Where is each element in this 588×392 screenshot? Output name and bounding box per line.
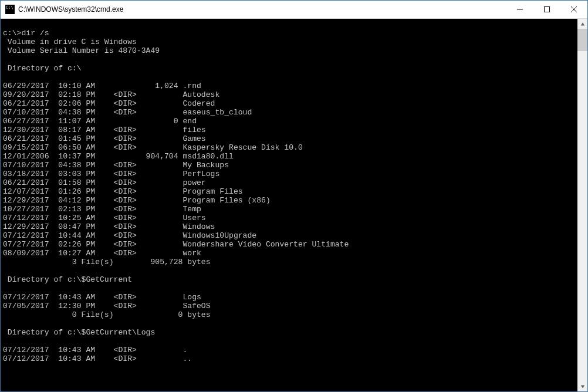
titlebar[interactable]: C:\WINDOWS\system32\cmd.exe [1, 1, 587, 19]
vertical-scrollbar[interactable] [577, 19, 587, 391]
close-icon [571, 6, 577, 12]
scrollbar-thumb[interactable] [577, 29, 587, 51]
chevron-up-icon [580, 22, 585, 26]
titlebar-controls [506, 1, 587, 18]
terminal-output[interactable]: c:\>dir /s Volume in drive C is Windows … [1, 19, 577, 391]
chevron-down-icon [580, 384, 585, 389]
scrollbar-track[interactable] [577, 29, 587, 381]
minimize-button[interactable] [506, 1, 533, 18]
scrollbar-down-arrow[interactable] [577, 381, 587, 391]
cmd-icon [5, 5, 15, 14]
minimize-icon [517, 6, 523, 12]
close-button[interactable] [560, 1, 587, 18]
window-title: C:\WINDOWS\system32\cmd.exe [18, 5, 506, 13]
svg-rect-1 [545, 7, 550, 12]
scrollbar-up-arrow[interactable] [577, 19, 587, 29]
content-area: c:\>dir /s Volume in drive C is Windows … [1, 19, 587, 391]
maximize-button[interactable] [533, 1, 560, 18]
svg-marker-5 [580, 385, 584, 388]
maximize-icon [544, 6, 550, 12]
svg-marker-4 [580, 22, 584, 25]
cmd-window: C:\WINDOWS\system32\cmd.exe c:\>dir /s V… [0, 0, 588, 392]
